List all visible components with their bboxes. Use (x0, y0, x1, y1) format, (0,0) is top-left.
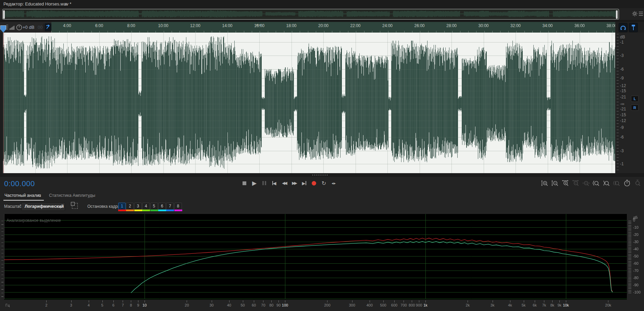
amplitude-db-label: -21 (620, 107, 626, 111)
hamburger-icon[interactable]: ≡ (64, 1, 67, 7)
zoom-in-horizontal-button[interactable] (560, 178, 570, 188)
overview-waveform-canvas[interactable] (3, 9, 618, 19)
amplitude-db-label: -12 (620, 118, 626, 123)
frequency-tick (566, 300, 566, 302)
frequency-tick (102, 300, 103, 302)
grip-handle-icon[interactable] (6, 25, 8, 30)
playhead-time-display[interactable]: 0:00.000 (4, 179, 35, 188)
timeline-time-label: 36:00 (574, 23, 585, 28)
frequency-tick (524, 300, 524, 302)
skip-selection-button[interactable]: ◂▸ (329, 179, 338, 188)
frame-hold-button-8[interactable]: 8 (174, 203, 182, 210)
loop-display-icon[interactable] (619, 23, 628, 32)
scrollbar-grip-dots[interactable] (312, 175, 327, 176)
timeline-time-label: 34:00 (542, 23, 553, 28)
frequency-label-900: 900 (416, 303, 422, 307)
clock-knob-icon[interactable] (16, 24, 22, 31)
frequency-tick (327, 300, 327, 302)
gain-value-label[interactable]: +0 dB (23, 25, 34, 30)
tab-frequency-analysis[interactable]: Частотный анализ (4, 193, 41, 198)
pin-toggle-button[interactable] (45, 23, 51, 31)
frame-hold-button-3[interactable]: 3 (134, 203, 142, 210)
frequency-label-8: 8 (130, 303, 132, 307)
skip-to-end-button[interactable]: ▶ (299, 179, 309, 188)
frame-hold-button-5[interactable]: 5 (150, 203, 158, 210)
level-meter-icon[interactable] (10, 25, 15, 30)
copy-graph-icon[interactable] (72, 203, 78, 209)
overview-left-handle[interactable] (3, 10, 5, 19)
frame-hold-button-1[interactable]: 1 (118, 203, 126, 210)
zoom-reset-button[interactable] (581, 178, 591, 188)
frame-hold-button-4[interactable]: 4 (142, 203, 150, 210)
zoom-out-point-button[interactable] (602, 178, 611, 188)
spectrum-db-ticks (628, 221, 631, 294)
channel-badge-r[interactable]: R (631, 105, 639, 111)
fast-forward-button[interactable]: ▶▶ (289, 179, 299, 188)
scale-dropdown[interactable]: Логарифмический (21, 202, 65, 211)
top-right-resize-triangle[interactable] (611, 33, 615, 36)
spectrum-db-label: -40 (633, 247, 639, 251)
pause-button[interactable] (260, 179, 269, 188)
frequency-tick (138, 300, 138, 302)
main-waveform-canvas[interactable] (3, 33, 615, 173)
overview-range-frame[interactable] (2, 9, 619, 20)
frequency-label-6k: 6k (533, 303, 537, 307)
timeline-time-label: 22:00 (350, 23, 360, 28)
zoom-out-vertical-button[interactable] (550, 178, 560, 188)
frequency-label-700: 700 (400, 303, 407, 307)
frequency-label-5: 5 (101, 303, 103, 307)
frequency-label-4: 4 (88, 303, 90, 307)
frame-hold-button-6[interactable]: 6 (158, 203, 166, 210)
frequency-tick (412, 300, 412, 302)
zoom-selection-button[interactable] (612, 178, 621, 188)
timeline-time-label: 32:00 (510, 23, 521, 28)
stop-button[interactable] (240, 179, 249, 188)
list-icon[interactable] (639, 11, 643, 16)
pin-display-icon[interactable] (629, 23, 638, 32)
top-left-resize-triangle[interactable] (4, 33, 7, 36)
zoom-in-point-button[interactable] (591, 178, 601, 188)
frame-hold-color-2 (126, 210, 134, 211)
timer-button[interactable] (622, 178, 632, 188)
horizontal-scrollbar[interactable] (0, 173, 644, 177)
spectrum-db-label: -30 (633, 240, 639, 244)
frequency-tick (352, 300, 352, 302)
frame-hold-button-7[interactable]: 7 (166, 203, 174, 210)
spectrum-db-label: -100 (633, 290, 641, 294)
loop-playback-button[interactable]: ↻ (319, 179, 329, 188)
timeline-time-label: 18:00 (286, 23, 296, 28)
amplitude-scale-ticks (617, 34, 619, 172)
zoom-in-vertical-button[interactable] (540, 178, 549, 188)
timeline-ruler[interactable]: 4:006:008:0010:0012:0014:0016:0018:0020:… (51, 22, 615, 33)
channel-badge-l[interactable]: L (631, 96, 639, 102)
tab-hamburger-icon[interactable]: ≡ (38, 193, 40, 198)
frame-hold-color-5 (150, 210, 158, 211)
divider (43, 24, 44, 31)
rewind-button[interactable]: ◀◀ (280, 179, 289, 188)
waveform-editor-area[interactable] (3, 33, 615, 173)
spectrum-db-label: -90 (633, 283, 639, 287)
tab-amplitude-statistics[interactable]: Статистика Амплитуды (49, 193, 95, 198)
zoom-out-horizontal-button[interactable] (571, 178, 580, 188)
amplitude-db-label: -∞ (620, 101, 624, 106)
timeline-time-label: 4:00 (63, 23, 71, 28)
zoom-vertical-scale-button[interactable] (632, 178, 642, 188)
ruler-toolbar: +0 dB 00 (0, 22, 51, 33)
skip-to-start-button[interactable]: ◀ (270, 179, 279, 188)
frequency-label-10k: 10k (563, 303, 569, 307)
play-button[interactable]: ▶ (250, 179, 259, 188)
scale-label: Масштаб: (4, 204, 23, 209)
ruler-grip-dots[interactable] (256, 24, 261, 26)
scale-dropdown-value: Логарифмический (25, 204, 64, 209)
frequency-tick (394, 300, 395, 302)
frequency-label-8k: 8k (550, 303, 554, 307)
frequency-label-500: 500 (380, 303, 386, 307)
frame-hold-button-2[interactable]: 2 (126, 203, 134, 210)
frequency-tick (493, 300, 493, 302)
frequency-tick (254, 300, 254, 302)
gear-icon[interactable] (632, 11, 637, 16)
spectrum-db-label: 0 (633, 218, 635, 222)
overview-right-handle[interactable] (616, 10, 618, 19)
record-button[interactable] (309, 179, 319, 188)
timeline-time-label: 14:00 (222, 23, 232, 28)
